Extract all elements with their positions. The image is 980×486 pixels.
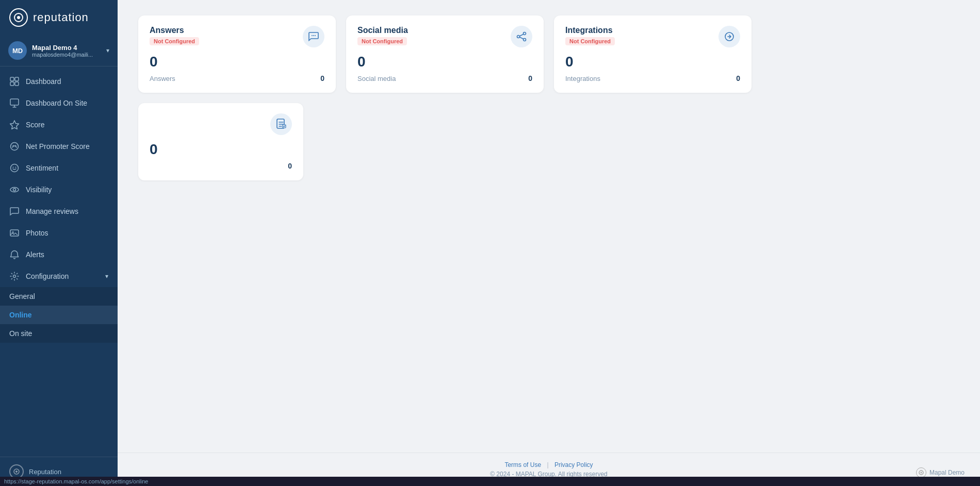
- sidebar-item-visibility[interactable]: Visibility: [0, 179, 118, 200]
- sidebar-item-label: Configuration: [26, 272, 99, 280]
- alerts-icon: [9, 249, 20, 260]
- integrations-card-title: Integrations: [565, 26, 718, 35]
- social-media-label: Social media: [357, 75, 396, 82]
- sidebar-item-dashboard[interactable]: Dashboard: [0, 71, 118, 92]
- sidebar-sub-item-on-site[interactable]: On site: [0, 324, 118, 343]
- social-media-card-footer: Social media 0: [357, 74, 532, 82]
- svg-point-14: [13, 189, 16, 191]
- answers-card-footer: Answers 0: [150, 74, 324, 82]
- integrations-title-block: Integrations Not Configured: [565, 26, 718, 45]
- integrations-card-header: Integrations Not Configured: [565, 26, 740, 47]
- svg-point-18: [13, 275, 16, 278]
- sidebar-item-label: Photos: [26, 229, 108, 237]
- status-bar: https://stage-reputation.mapal-os.com/ap…: [0, 477, 980, 486]
- answers-card-icon: [303, 26, 324, 47]
- user-info: Mapal Demo 4 mapalosdemo4@maili...: [32, 44, 101, 58]
- extra-card-header: [150, 113, 292, 135]
- logo-text: reputation: [33, 11, 89, 24]
- social-media-badge: Not Configured: [357, 37, 407, 45]
- sidebar-item-manage-reviews[interactable]: Manage reviews: [0, 200, 118, 222]
- chevron-down-icon: ▾: [106, 47, 109, 54]
- sidebar-item-configuration[interactable]: Configuration ▾: [0, 265, 118, 287]
- svg-rect-6: [10, 99, 19, 105]
- sidebar-sub-item-general[interactable]: General: [0, 287, 118, 306]
- footer-links: Terms of Use | Privacy Policy: [126, 461, 972, 468]
- svg-point-23: [315, 35, 316, 36]
- sidebar-item-dashboard-on-site[interactable]: Dashboard On Site: [0, 92, 118, 114]
- answers-card-header: Answers Not Configured: [150, 26, 324, 47]
- svg-line-28: [520, 37, 524, 39]
- dashboard-icon: [9, 76, 20, 87]
- sidebar-item-label: Sentiment: [26, 164, 108, 172]
- footer-brand: Mapal Demo: [916, 467, 965, 478]
- answers-title-block: Answers Not Configured: [150, 26, 303, 45]
- photos-icon: [9, 228, 20, 238]
- nps-icon: [9, 141, 20, 152]
- svg-point-26: [524, 39, 526, 41]
- social-media-value: 0: [528, 74, 532, 82]
- sidebar-user[interactable]: MD Mapal Demo 4 mapalosdemo4@maili... ▾: [0, 35, 118, 66]
- svg-point-9: [13, 145, 14, 146]
- integrations-label: Integrations: [565, 75, 600, 82]
- page-content: Answers Not Configured 0 Answers: [118, 0, 980, 453]
- extra-value: 0: [288, 162, 292, 170]
- config-icon: [9, 271, 20, 281]
- svg-rect-3: [15, 77, 19, 81]
- integrations-badge: Not Configured: [565, 37, 615, 45]
- score-icon: [9, 120, 20, 130]
- on-site-label: On site: [9, 329, 32, 338]
- svg-rect-2: [10, 77, 14, 81]
- sidebar-item-score[interactable]: Score: [0, 114, 118, 136]
- answers-badge: Not Configured: [150, 37, 199, 45]
- sidebar-sub-item-online[interactable]: Online: [0, 306, 118, 324]
- social-media-card-icon: [511, 26, 532, 47]
- sidebar-item-label: Net Promoter Score: [26, 142, 108, 150]
- social-media-card: Social media Not Configured 0: [346, 15, 544, 93]
- visibility-icon: [9, 185, 20, 195]
- user-email: mapalosdemo4@maili...: [32, 52, 101, 58]
- svg-point-21: [312, 35, 313, 36]
- svg-point-11: [11, 164, 19, 172]
- sidebar-item-label: Visibility: [26, 186, 108, 194]
- terms-link[interactable]: Terms of Use: [504, 461, 541, 468]
- footer-brand-logo-icon: [916, 467, 926, 478]
- svg-point-8: [11, 143, 19, 150]
- integrations-card-footer: Integrations 0: [565, 74, 740, 82]
- svg-point-25: [517, 36, 520, 38]
- answers-card-title: Answers: [150, 26, 303, 35]
- sidebar-item-label: Alerts: [26, 250, 108, 259]
- svg-point-24: [524, 32, 526, 35]
- footer-brand-label: Reputation: [29, 468, 61, 476]
- sidebar-item-label: Manage reviews: [26, 207, 108, 215]
- integrations-count: 0: [565, 54, 740, 70]
- privacy-link[interactable]: Privacy Policy: [554, 461, 593, 468]
- svg-rect-5: [15, 82, 19, 86]
- footer-brand-label: Mapal Demo: [929, 469, 965, 476]
- answers-count: 0: [150, 54, 324, 70]
- footer-pipe: |: [547, 461, 548, 468]
- main-content: Answers Not Configured 0 Answers: [118, 0, 980, 486]
- answers-value: 0: [320, 74, 324, 82]
- sidebar-logo: reputation: [0, 0, 118, 35]
- status-url: https://stage-reputation.mapal-os.com/ap…: [4, 478, 148, 484]
- cards-row1: Answers Not Configured 0 Answers: [138, 15, 959, 93]
- sidebar-item-photos[interactable]: Photos: [0, 222, 118, 244]
- extra-count: 0: [150, 141, 292, 158]
- svg-point-12: [13, 167, 14, 168]
- sidebar-item-alerts[interactable]: Alerts: [0, 244, 118, 265]
- user-name: Mapal Demo 4: [32, 44, 101, 52]
- sidebar-nav: Dashboard Dashboard On Site Score: [0, 66, 118, 457]
- answers-label: Answers: [150, 75, 175, 82]
- dashboard-on-site-icon: [9, 98, 20, 108]
- social-media-title-block: Social media Not Configured: [357, 26, 511, 45]
- reviews-icon: [9, 206, 20, 216]
- sidebar: reputation MD Mapal Demo 4 mapalosdemo4@…: [0, 0, 118, 486]
- config-chevron-icon: ▾: [105, 273, 108, 280]
- svg-point-1: [17, 16, 20, 19]
- svg-point-33: [920, 472, 922, 474]
- extra-card-icon: [270, 113, 292, 135]
- integrations-card: Integrations Not Configured 0 Integratio…: [554, 15, 752, 93]
- sidebar-item-sentiment[interactable]: Sentiment: [0, 157, 118, 179]
- sidebar-item-net-promoter-score[interactable]: Net Promoter Score: [0, 136, 118, 157]
- avatar: MD: [8, 41, 27, 60]
